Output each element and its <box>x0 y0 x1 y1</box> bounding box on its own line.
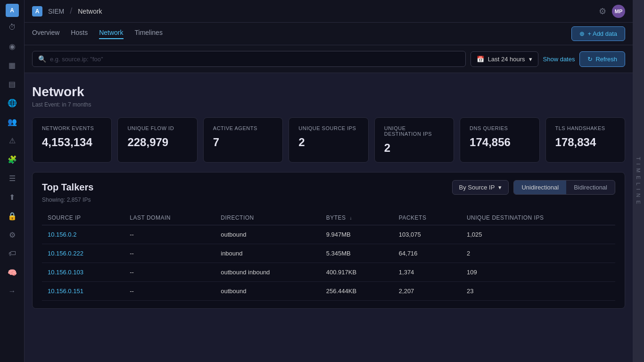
search-input[interactable] <box>50 56 460 63</box>
add-data-button[interactable]: ⊕ + Add data <box>571 26 625 41</box>
sidebar-icon-alerts[interactable]: ▤ <box>4 75 21 92</box>
time-selector[interactable]: 📅 Last 24 hours ▾ <box>471 51 538 67</box>
show-dates-button[interactable]: Show dates <box>543 56 575 63</box>
talkers-header: Top Talkers By Source IP ▾ Unidirectiona… <box>42 180 615 195</box>
col-bytes[interactable]: Bytes ↓ <box>321 211 393 225</box>
talkers-table-wrap: Source IP Last Domain Direction Bytes ↓ … <box>42 211 615 301</box>
table-row: 10.156.0.222 -- inbound 5.345MB 64,716 2 <box>42 244 615 263</box>
sidebar: A ⏱ ◉ ▦ ▤ 🌐 👥 ⚠ 🧩 ☰ ⬆ 🔒 ⚙ 🏷 🧠 → <box>0 0 25 362</box>
content-area: Network Last Event: in 7 months Network … <box>25 73 633 362</box>
talkers-controls: By Source IP ▾ Unidirectional Bidirectio… <box>452 180 615 195</box>
stat-unique-flow-id: Unique Flow ID 228,979 <box>117 117 197 163</box>
settings-icon[interactable]: ⚙ <box>599 6 606 16</box>
sidebar-icon-tag[interactable]: 🏷 <box>4 245 21 262</box>
table-row: 10.156.0.151 -- outbound 256.444KB 2,207… <box>42 282 615 301</box>
nav-tabs: Overview Hosts Network Timelines ⊕ + Add… <box>25 23 633 45</box>
sidebar-icon-cases[interactable]: 🧩 <box>4 151 21 168</box>
stat-dns-queries: DNS Queries 174,856 <box>460 117 539 163</box>
refresh-icon: ↻ <box>587 56 593 63</box>
talkers-subtitle: Showing: 2,857 IPs <box>42 197 615 203</box>
ip-link-2[interactable]: 10.156.0.103 <box>48 269 83 276</box>
col-last-domain: Last Domain <box>124 211 215 225</box>
talkers-title: Top Talkers <box>42 182 93 193</box>
sidebar-icon-overview[interactable]: ◉ <box>4 38 21 55</box>
tab-timelines[interactable]: Timelines <box>135 29 163 39</box>
timeline-sidebar[interactable]: T I M E L I N E <box>633 0 644 362</box>
top-talkers-panel: Top Talkers By Source IP ▾ Unidirectiona… <box>32 172 625 309</box>
sidebar-badge[interactable]: A <box>6 4 19 17</box>
refresh-button[interactable]: ↻ Refresh <box>579 51 625 67</box>
tab-overview[interactable]: Overview <box>32 29 59 39</box>
time-label: Last 24 hours <box>488 56 525 63</box>
tab-hosts[interactable]: Hosts <box>71 29 88 39</box>
topbar-separator: / <box>70 6 72 16</box>
search-bar: 🔍 📅 Last 24 hours ▾ Show dates ↻ Refresh <box>25 45 633 73</box>
stat-tls-handshakes: TLS Handshakes 178,834 <box>545 117 625 163</box>
sidebar-icon-lists[interactable]: ☰ <box>4 170 21 187</box>
sidebar-icon-recent[interactable]: ⏱ <box>4 19 21 36</box>
col-unique-dest: Unique Destination IPs <box>461 211 615 225</box>
main-content: A SIEM / Network ⚙ MP Overview Hosts Net… <box>25 0 633 362</box>
user-avatar[interactable]: MP <box>612 5 625 18</box>
topbar-siem-label: SIEM <box>48 8 64 15</box>
source-dropdown[interactable]: By Source IP ▾ <box>452 180 509 195</box>
table-header-row: Source IP Last Domain Direction Bytes ↓ … <box>42 211 615 225</box>
unidirectional-button[interactable]: Unidirectional <box>514 181 566 194</box>
sidebar-icon-share[interactable]: ⬆ <box>4 189 21 206</box>
ip-link-0[interactable]: 10.156.0.2 <box>48 231 76 238</box>
topbar-badge: A <box>32 6 42 16</box>
sidebar-icon-lock[interactable]: 🔒 <box>4 207 21 224</box>
talkers-table: Source IP Last Domain Direction Bytes ↓ … <box>42 211 615 301</box>
sidebar-icon-more[interactable]: → <box>4 283 21 300</box>
direction-toggle: Unidirectional Bidirectional <box>513 180 615 195</box>
sidebar-icon-users[interactable]: 👥 <box>4 113 21 130</box>
ip-link-3[interactable]: 10.156.0.151 <box>48 288 83 295</box>
sidebar-icon-ml[interactable]: 🧠 <box>4 264 21 281</box>
sidebar-icon-rules[interactable]: ⚠ <box>4 132 21 149</box>
col-direction: Direction <box>215 211 320 225</box>
stats-row: Network Events 4,153,134 Unique Flow ID … <box>32 117 625 163</box>
topbar: A SIEM / Network ⚙ MP <box>25 0 633 23</box>
talkers-tbody: 10.156.0.2 -- outbound 9.947MB 103,075 1… <box>42 225 615 301</box>
page-subtitle: Last Event: in 7 months <box>32 101 625 108</box>
col-source-ip: Source IP <box>42 211 124 225</box>
page-title: Network <box>32 84 625 99</box>
stat-network-events: Network Events 4,153,134 <box>32 117 112 163</box>
chevron-down-icon: ▾ <box>529 56 532 63</box>
tab-network[interactable]: Network <box>99 29 123 39</box>
topbar-page-label: Network <box>78 8 102 15</box>
stat-active-agents: Active Agents 7 <box>203 117 283 163</box>
stat-unique-dest-ips: Unique Destination IPs 2 <box>374 117 454 163</box>
sidebar-icon-dashboard[interactable]: ▦ <box>4 57 21 74</box>
sidebar-icon-network[interactable]: 🌐 <box>4 94 21 111</box>
calendar-icon: 📅 <box>477 56 484 63</box>
search-input-wrapper[interactable]: 🔍 <box>32 51 466 67</box>
table-row: 10.156.0.103 -- outbound inbound 400.917… <box>42 263 615 282</box>
stat-unique-source-ips: Unique Source IPs 2 <box>289 117 368 163</box>
sort-icon: ↓ <box>349 215 352 221</box>
search-icon: 🔍 <box>38 55 46 63</box>
table-row: 10.156.0.2 -- outbound 9.947MB 103,075 1… <box>42 225 615 244</box>
sidebar-icon-settings[interactable]: ⚙ <box>4 226 21 243</box>
dropdown-chevron-icon: ▾ <box>498 184 502 191</box>
plus-icon: ⊕ <box>579 30 585 37</box>
ip-link-1[interactable]: 10.156.0.222 <box>48 250 83 257</box>
bidirectional-button[interactable]: Bidirectional <box>566 181 615 194</box>
col-packets: Packets <box>393 211 461 225</box>
